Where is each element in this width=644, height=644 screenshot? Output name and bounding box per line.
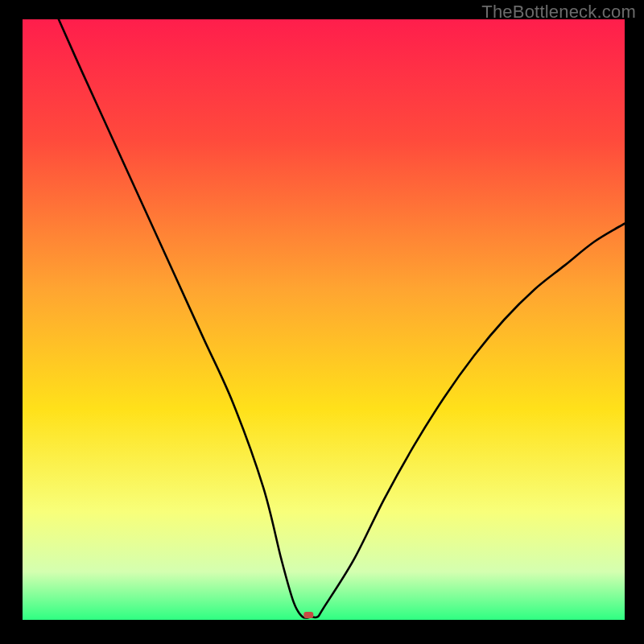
minimum-marker [303, 612, 313, 618]
gradient-background [23, 19, 625, 620]
chart-frame: TheBottleneck.com [0, 0, 644, 644]
plot-svg [23, 19, 625, 620]
plot-area [23, 19, 625, 620]
